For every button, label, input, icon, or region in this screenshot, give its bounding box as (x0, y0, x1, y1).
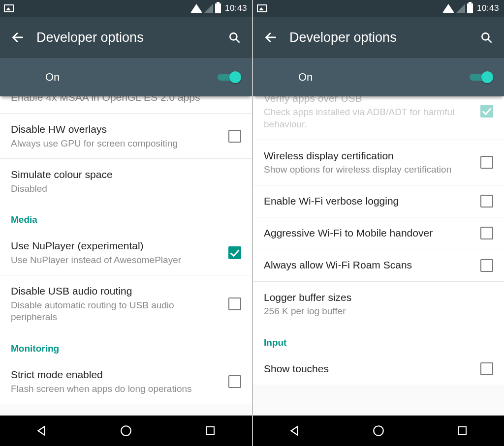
list-item-sub: Flash screen when apps do long operation… (11, 383, 222, 395)
list-item-wireless-display-cert[interactable]: Wireless display certification Show opti… (253, 140, 504, 185)
section-header-media: Media (0, 204, 252, 230)
checkbox[interactable] (228, 246, 241, 259)
settings-list[interactable]: Verify apps over USB Check apps installe… (253, 96, 504, 416)
search-icon (228, 31, 241, 44)
master-toggle-label: On (298, 71, 313, 84)
navigation-bar (0, 416, 252, 446)
section-header-monitoring: Monitoring (0, 332, 252, 359)
list-item-title: Verify apps over USB (264, 96, 474, 105)
list-item-title: Disable USB audio routing (11, 284, 222, 298)
checkbox[interactable] (480, 227, 493, 239)
list-item-sub: Disable automatic routing to USB audio p… (11, 299, 222, 324)
appbar-title: Developer options (36, 30, 224, 45)
app-bar: Developer options (253, 17, 504, 58)
list-item-sub: Enable 4x MSAA in OpenGL ES 2.0 apps (11, 96, 235, 104)
nav-home-button[interactable] (359, 424, 398, 437)
search-button[interactable] (224, 31, 244, 44)
square-recents-icon (456, 425, 468, 437)
list-item-sub: Always use GPU for screen compositing (11, 138, 222, 150)
list-item-title: Wireless display certification (264, 149, 474, 163)
back-button[interactable] (8, 30, 28, 44)
list-item-strict-mode[interactable]: Strict mode enabled Flash screen when ap… (0, 359, 252, 404)
nav-recents-button[interactable] (190, 425, 230, 437)
list-item-sub: Check apps installed via ADB/ADT for har… (264, 106, 474, 130)
nav-back-button[interactable] (275, 424, 315, 437)
svg-rect-5 (206, 427, 214, 435)
nav-home-button[interactable] (106, 424, 146, 437)
checkbox[interactable] (228, 375, 241, 388)
checkbox[interactable] (480, 362, 493, 375)
list-item-aggressive-wifi-handover[interactable]: Aggressive Wi‑Fi to Mobile handover (253, 217, 504, 249)
svg-point-4 (121, 426, 131, 436)
list-item-disable-hw-overlays[interactable]: Disable HW overlays Always use GPU for s… (0, 114, 252, 158)
list-item-disable-usb-audio[interactable]: Disable USB audio routing Disable automa… (0, 275, 252, 332)
master-switch[interactable] (470, 70, 493, 84)
nav-recents-button[interactable] (442, 425, 482, 437)
battery-icon (467, 3, 473, 13)
list-item-sub: 256 K per log buffer (264, 305, 487, 318)
list-item-logger-buffer-sizes[interactable]: Logger buffer sizes 256 K per log buffer (253, 282, 504, 327)
list-item-wifi-verbose-logging[interactable]: Enable Wi‑Fi verbose logging (253, 185, 504, 217)
search-button[interactable] (476, 31, 496, 44)
circle-home-icon (372, 424, 385, 437)
list-item-title: Logger buffer sizes (264, 291, 487, 304)
checkbox (480, 105, 493, 118)
svg-point-10 (374, 426, 383, 436)
list-item-title: Simulate colour space (11, 168, 235, 181)
list-item-show-touches[interactable]: Show touches (253, 353, 504, 385)
list-item-title: Use NuPlayer (experimental) (11, 239, 222, 253)
status-clock: 10:43 (225, 3, 247, 13)
status-bar: 10:43 (253, 0, 504, 17)
circle-home-icon (120, 424, 132, 437)
checkbox[interactable] (228, 297, 241, 310)
screenshot-notification-icon (4, 4, 14, 12)
triangle-back-icon (288, 424, 301, 437)
checkbox[interactable] (480, 259, 493, 272)
svg-marker-3 (38, 426, 45, 435)
svg-marker-9 (291, 426, 297, 435)
cell-signal-icon (456, 4, 465, 13)
master-toggle-label: On (45, 71, 60, 84)
master-toggle-row[interactable]: On (253, 58, 504, 96)
right-screenshot: 10:43 Developer options On Verify apps o… (252, 0, 504, 446)
checkbox[interactable] (480, 156, 493, 169)
list-item-msaa-cut[interactable]: Enable 4x MSAA in OpenGL ES 2.0 apps (0, 96, 252, 113)
svg-line-2 (236, 39, 239, 42)
checkbox[interactable] (480, 195, 493, 208)
list-item-verify-apps-usb: Verify apps over USB Check apps installe… (253, 96, 504, 140)
nav-back-button[interactable] (22, 424, 62, 437)
app-bar: Developer options (0, 17, 252, 58)
cell-signal-icon (204, 4, 213, 13)
list-item-sub: Show options for wireless display certif… (264, 164, 474, 176)
checkbox[interactable] (228, 130, 241, 143)
arrow-back-icon (11, 30, 25, 44)
list-item-title: Aggressive Wi‑Fi to Mobile handover (264, 226, 474, 240)
left-screenshot: 10:43 Developer options On Enable 4x MSA… (0, 0, 252, 446)
status-clock: 10:43 (477, 3, 499, 13)
search-icon (480, 31, 493, 44)
back-button[interactable] (261, 30, 281, 44)
svg-rect-11 (458, 427, 466, 435)
section-header-input: Input (253, 327, 504, 353)
list-item-sub: Use NuPlayer instead of AwesomePlayer (11, 254, 222, 267)
square-recents-icon (204, 425, 216, 437)
battery-icon (215, 3, 221, 13)
svg-line-8 (488, 39, 491, 42)
master-toggle-row[interactable]: On (0, 58, 252, 96)
list-item-use-nuplayer[interactable]: Use NuPlayer (experimental) Use NuPlayer… (0, 230, 252, 275)
arrow-back-icon (264, 30, 278, 44)
list-item-simulate-colour-space[interactable]: Simulate colour space Disabled (0, 159, 252, 204)
settings-list[interactable]: Enable 4x MSAA in OpenGL ES 2.0 apps Dis… (0, 96, 252, 416)
list-item-title: Enable Wi‑Fi verbose logging (264, 194, 474, 208)
status-bar: 10:43 (0, 0, 252, 17)
appbar-title: Developer options (289, 30, 476, 45)
screenshot-notification-icon (257, 4, 267, 12)
master-switch[interactable] (218, 70, 241, 84)
list-item-title: Show touches (264, 362, 474, 376)
list-item-wifi-roam-scans[interactable]: Always allow Wi‑Fi Roam Scans (253, 249, 504, 281)
list-item-title: Disable HW overlays (11, 122, 222, 136)
list-item-title: Strict mode enabled (11, 368, 222, 382)
wifi-icon (190, 4, 202, 13)
wifi-icon (442, 4, 454, 13)
navigation-bar (253, 416, 504, 446)
